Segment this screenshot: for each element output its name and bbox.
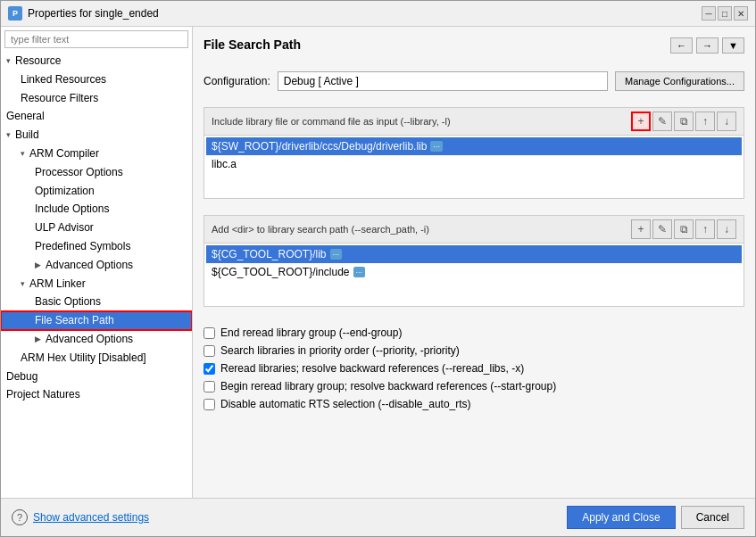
tree-item-debug[interactable]: Debug <box>1 368 192 386</box>
section-1-header: Include library file or command file as … <box>204 108 744 136</box>
checkbox-search-priority[interactable]: Search libraries in priority order (--pr… <box>204 344 744 357</box>
section2-add-button[interactable]: + <box>631 219 651 239</box>
section1-item-0-tag: ··· <box>430 141 443 152</box>
tree-item-project-natures[interactable]: Project Natures <box>1 385 192 404</box>
section1-edit-button[interactable]: ✎ <box>652 112 672 131</box>
tree-label-linked-resources: Linked Resources <box>6 72 106 87</box>
checkbox-end-reread[interactable]: End reread library group (--end-group) <box>204 326 744 339</box>
tree-item-arm-linker[interactable]: ▾ ARM Linker <box>1 275 192 293</box>
tree-arrow-advanced-1: ▶ <box>6 260 41 271</box>
checkbox-disable-rts-input[interactable] <box>204 399 215 410</box>
checkbox-search-priority-label: Search libraries in priority order (--pr… <box>220 344 460 357</box>
checkboxes-area: End reread library group (--end-group) S… <box>204 323 744 414</box>
tree-label-optimization: Optimization <box>6 184 95 199</box>
tree-arrow-arm-compiler: ▾ <box>6 148 25 160</box>
section1-add-button[interactable]: + <box>631 112 651 131</box>
tree-item-basic-options[interactable]: Basic Options <box>1 293 192 311</box>
tree-label-debug: Debug <box>6 369 37 384</box>
tree-item-ulp-advisor[interactable]: ULP Advisor <box>1 219 192 237</box>
checkbox-begin-reread-input[interactable] <box>204 381 215 392</box>
tree-item-resource[interactable]: ▾ Resource <box>1 52 192 70</box>
section-1-list: ${SW_ROOT}/driverlib/ccs/Debug/driverlib… <box>204 136 744 198</box>
filter-input[interactable] <box>4 30 188 48</box>
tree-label-file-search-path: File Search Path <box>6 313 114 328</box>
tree-item-include-options[interactable]: Include Options <box>1 200 192 219</box>
bottom-left: ? Show advanced settings <box>12 509 149 525</box>
show-advanced-link[interactable]: Show advanced settings <box>33 511 149 524</box>
tree-area: ▾ Resource Linked Resources Resource Fil… <box>1 52 192 498</box>
section2-item-1-text: ${CG_TOOL_ROOT}/include <box>212 266 350 278</box>
tree-label-resource-filters: Resource Filters <box>6 91 98 106</box>
checkbox-end-reread-input[interactable] <box>204 327 215 339</box>
section-2-list: ${CG_TOOL_ROOT}/lib ··· ${CG_TOOL_ROOT}/… <box>204 244 744 306</box>
tree-label-advanced-options-1: Advanced Options <box>46 258 133 273</box>
tree-arrow-arm-linker: ▾ <box>6 278 25 290</box>
section1-item-0[interactable]: ${SW_ROOT}/driverlib/ccs/Debug/driverlib… <box>206 137 742 155</box>
right-panel: File Search Path ← → ▼ Configuration: De… <box>193 27 755 498</box>
tree-arrow-advanced-2: ▶ <box>6 334 41 345</box>
checkbox-reread-libs[interactable]: Reread libraries; resolve backward refer… <box>204 362 744 375</box>
section2-item-0-tag: ··· <box>330 249 343 260</box>
title-controls: ─ □ ✕ <box>702 6 748 21</box>
section2-item-0-text: ${CG_TOOL_ROOT}/lib <box>212 248 327 260</box>
maximize-button[interactable]: □ <box>718 6 732 21</box>
tree-item-general[interactable]: General <box>1 107 192 126</box>
properties-window: P Properties for single_ended ─ □ ✕ ▾ Re… <box>0 0 756 537</box>
tree-label-project-natures: Project Natures <box>6 387 80 402</box>
section1-item-1[interactable]: libc.a <box>206 155 742 173</box>
checkbox-begin-reread[interactable]: Begin reread library group; resolve back… <box>204 380 744 392</box>
section-1-title: Include library file or command file as … <box>212 116 631 127</box>
checkbox-begin-reread-label: Begin reread library group; resolve back… <box>220 380 556 392</box>
tree-item-arm-compiler[interactable]: ▾ ARM Compiler <box>1 145 192 163</box>
minimize-button[interactable]: ─ <box>702 6 716 21</box>
tree-label-include-options: Include Options <box>6 202 109 217</box>
section1-up-button[interactable]: ↑ <box>695 112 715 131</box>
tree-item-build[interactable]: ▾ Build <box>1 126 192 145</box>
section2-edit-button[interactable]: ✎ <box>652 219 672 239</box>
tree-label-arm-hex-utility: ARM Hex Utility [Disabled] <box>6 351 146 366</box>
title-bar: P Properties for single_ended ─ □ ✕ <box>1 1 755 27</box>
tree-item-predefined-symbols[interactable]: Predefined Symbols <box>1 237 192 256</box>
checkbox-disable-rts[interactable]: Disable automatic RTS selection (--disab… <box>204 398 744 410</box>
section2-item-1[interactable]: ${CG_TOOL_ROOT}/include ··· <box>206 263 742 281</box>
tree-item-resource-filters[interactable]: Resource Filters <box>1 89 192 108</box>
manage-configurations-button[interactable]: Manage Configurations... <box>615 71 744 91</box>
section-2-header: Add <dir> to library search path (--sear… <box>204 216 744 244</box>
nav-dropdown-button[interactable]: ▼ <box>722 37 744 54</box>
help-icon[interactable]: ? <box>12 509 28 525</box>
tree-item-optimization[interactable]: Optimization <box>1 182 192 201</box>
section2-item-0[interactable]: ${CG_TOOL_ROOT}/lib ··· <box>206 245 742 263</box>
checkbox-disable-rts-label: Disable automatic RTS selection (--disab… <box>220 398 471 410</box>
tree-label-advanced-options-2: Advanced Options <box>46 332 133 347</box>
checkbox-reread-libs-input[interactable] <box>204 363 215 375</box>
tree-label-build: Build <box>15 128 39 143</box>
tree-item-arm-hex-utility[interactable]: ARM Hex Utility [Disabled] <box>1 349 192 368</box>
section2-down-button[interactable]: ↓ <box>717 219 736 239</box>
section2-copy-button[interactable]: ⧉ <box>674 219 694 239</box>
bottom-buttons: Apply and Close Cancel <box>567 506 744 529</box>
tree-item-file-search-path[interactable]: File Search Path <box>1 311 192 330</box>
panel-title: File Search Path <box>204 37 301 55</box>
section1-down-button[interactable]: ↓ <box>717 112 736 131</box>
tree-item-processor-options[interactable]: Processor Options <box>1 163 192 182</box>
tree-label-arm-linker: ARM Linker <box>29 277 86 292</box>
nav-back-button[interactable]: ← <box>670 37 693 54</box>
tree-item-linked-resources[interactable]: Linked Resources <box>1 70 192 89</box>
section1-copy-button[interactable]: ⧉ <box>674 112 694 131</box>
tree-item-advanced-options-1[interactable]: ▶ Advanced Options <box>1 256 192 275</box>
config-dropdown[interactable]: Debug [ Active ] <box>278 71 608 91</box>
tree-item-advanced-options-2[interactable]: ▶ Advanced Options <box>1 330 192 349</box>
cancel-button[interactable]: Cancel <box>681 506 744 529</box>
window-icon: P <box>8 6 22 21</box>
tree-label-arm-compiler: ARM Compiler <box>29 146 99 161</box>
panel-header: File Search Path ← → ▼ <box>204 37 744 62</box>
section2-up-button[interactable]: ↑ <box>695 219 715 239</box>
tree-label-basic-options: Basic Options <box>6 294 101 310</box>
section1-item-0-text: ${SW_ROOT}/driverlib/ccs/Debug/driverlib… <box>212 140 427 153</box>
title-bar-left: P Properties for single_ended <box>8 6 159 21</box>
bottom-bar: ? Show advanced settings Apply and Close… <box>1 498 755 536</box>
checkbox-search-priority-input[interactable] <box>204 345 215 357</box>
nav-forward-button[interactable]: → <box>696 37 719 54</box>
apply-and-close-button[interactable]: Apply and Close <box>567 506 675 529</box>
close-button[interactable]: ✕ <box>734 6 748 21</box>
